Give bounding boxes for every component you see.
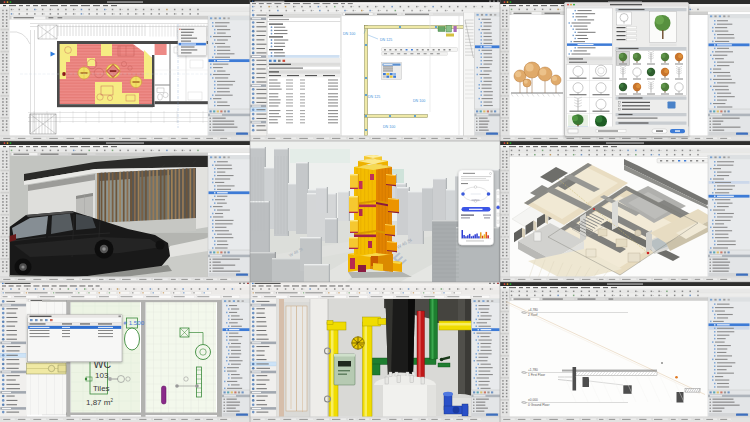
svg-text:1 First Floor: 1 First Floor bbox=[528, 373, 546, 377]
svg-text:±0,000: ±0,000 bbox=[528, 398, 538, 402]
svg-text:2 Roof: 2 Roof bbox=[528, 313, 538, 317]
svg-text:# 1.500: # 1.500 bbox=[124, 319, 145, 326]
svg-text:DN 125: DN 125 bbox=[368, 95, 380, 99]
svg-text:+4,780: +4,780 bbox=[528, 308, 538, 312]
svg-text:DN 100: DN 100 bbox=[343, 32, 355, 36]
svg-text:+1,780: +1,780 bbox=[528, 368, 538, 372]
svg-text:DN 100: DN 100 bbox=[413, 99, 425, 103]
svg-text:103: 103 bbox=[95, 371, 109, 380]
svg-text:DN 100: DN 100 bbox=[383, 125, 395, 129]
svg-text:1,87 m: 1,87 m bbox=[86, 398, 111, 407]
svg-text:DN 125: DN 125 bbox=[380, 38, 392, 42]
svg-text:Tiles: Tiles bbox=[93, 384, 110, 393]
svg-text:0 Ground Floor: 0 Ground Floor bbox=[528, 403, 550, 407]
